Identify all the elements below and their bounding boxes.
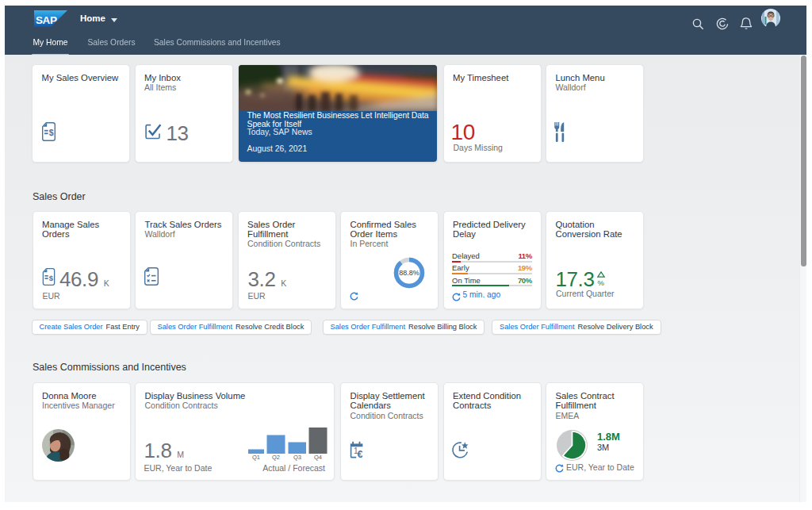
- svg-text:SAP: SAP: [36, 14, 57, 26]
- svg-text:Q4: Q4: [314, 454, 322, 461]
- svg-text:Q2: Q2: [272, 454, 280, 461]
- svg-text:€: €: [357, 449, 362, 458]
- svg-text:$: $: [49, 128, 54, 137]
- svg-text:Q1: Q1: [252, 454, 260, 461]
- svg-text:88.8%: 88.8%: [399, 269, 419, 277]
- svg-text:Q3: Q3: [293, 454, 301, 461]
- svg-text:$: $: [48, 273, 53, 282]
